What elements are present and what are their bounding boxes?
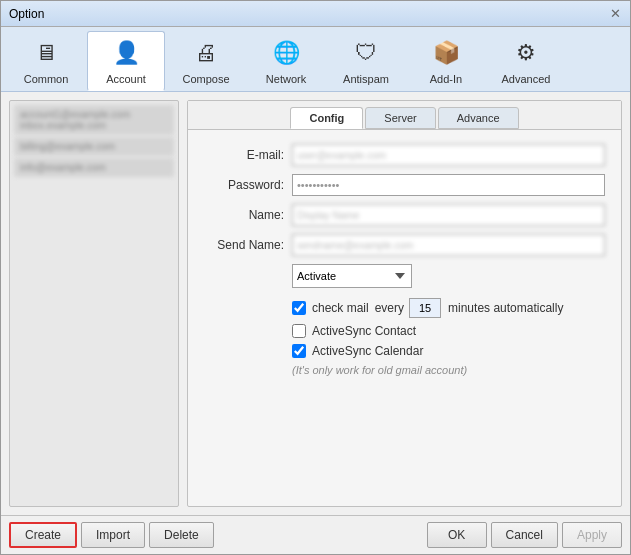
sidebar-account-2[interactable]: billing@example.com: [14, 137, 174, 156]
antispam-icon: 🛡: [350, 37, 382, 69]
tab-config[interactable]: Config: [290, 107, 363, 129]
email-input[interactable]: [292, 144, 605, 166]
send-name-label: Send Name:: [204, 238, 284, 252]
send-name-input[interactable]: [292, 234, 605, 256]
content-area: account1@example.cominbox.example.com bi…: [1, 92, 630, 515]
sidebar-account-3[interactable]: info@example.com: [14, 158, 174, 177]
delete-button[interactable]: Delete: [149, 522, 214, 548]
toolbar-btn-antispam[interactable]: 🛡 Antispam: [327, 31, 405, 91]
create-button[interactable]: Create: [9, 522, 77, 548]
toolbar-label-addin: Add-In: [430, 73, 462, 85]
email-row: E-mail:: [204, 144, 605, 166]
option-window: Option ✕ 🖥 Common 👤 Account 🖨 Compose 🌐 …: [0, 0, 631, 555]
sidebar-account-1[interactable]: account1@example.cominbox.example.com: [14, 105, 174, 135]
toolbar-label-common: Common: [24, 73, 69, 85]
toolbar-label-network: Network: [266, 73, 306, 85]
check-mail-checkbox[interactable]: [292, 301, 306, 315]
common-icon: 🖥: [30, 37, 62, 69]
password-row: Password:: [204, 174, 605, 196]
activate-dropdown[interactable]: Activate Deactivate: [292, 264, 412, 288]
check-mail-row: check mail every minutes automatically: [204, 298, 605, 318]
minutes-label: minutes automatically: [448, 301, 563, 315]
advanced-icon: ⚙: [510, 37, 542, 69]
main-panel: Config Server Advance E-mail: Password:: [187, 100, 622, 507]
activesync-calendar-label: ActiveSync Calendar: [312, 344, 423, 358]
network-icon: 🌐: [270, 37, 302, 69]
toolbar-label-antispam: Antispam: [343, 73, 389, 85]
activesync-calendar-checkbox[interactable]: [292, 344, 306, 358]
activesync-calendar-row: ActiveSync Calendar: [204, 344, 605, 358]
password-input[interactable]: [292, 174, 605, 196]
addin-icon: 📦: [430, 37, 462, 69]
email-label: E-mail:: [204, 148, 284, 162]
activesync-contact-row: ActiveSync Contact: [204, 324, 605, 338]
name-input[interactable]: [292, 204, 605, 226]
name-row: Name:: [204, 204, 605, 226]
bottom-left-buttons: Create Import Delete: [9, 522, 423, 548]
toolbar-btn-network[interactable]: 🌐 Network: [247, 31, 325, 91]
toolbar-label-advanced: Advanced: [502, 73, 551, 85]
config-form: E-mail: Password: Name: Send Name:: [188, 130, 621, 506]
bottom-right-buttons: OK Cancel Apply: [427, 522, 622, 548]
activesync-contact-label: ActiveSync Contact: [312, 324, 416, 338]
note-text: (It's only work for old gmail account): [204, 364, 605, 376]
cancel-button[interactable]: Cancel: [491, 522, 558, 548]
title-bar: Option ✕: [1, 1, 630, 27]
tab-bar: Config Server Advance: [188, 101, 621, 130]
every-input[interactable]: [409, 298, 441, 318]
window-title: Option: [9, 7, 44, 21]
import-button[interactable]: Import: [81, 522, 145, 548]
every-label: every: [375, 301, 404, 315]
account-icon: 👤: [110, 37, 142, 69]
name-label: Name:: [204, 208, 284, 222]
close-button[interactable]: ✕: [608, 7, 622, 21]
toolbar-btn-addin[interactable]: 📦 Add-In: [407, 31, 485, 91]
toolbar-btn-compose[interactable]: 🖨 Compose: [167, 31, 245, 91]
toolbar-btn-common[interactable]: 🖥 Common: [7, 31, 85, 91]
compose-icon: 🖨: [190, 37, 222, 69]
check-mail-label: check mail: [312, 301, 369, 315]
toolbar: 🖥 Common 👤 Account 🖨 Compose 🌐 Network 🛡…: [1, 27, 630, 92]
bottom-bar: Create Import Delete OK Cancel Apply: [1, 515, 630, 554]
toolbar-btn-account[interactable]: 👤 Account: [87, 31, 165, 91]
tab-server[interactable]: Server: [365, 107, 435, 129]
activesync-contact-checkbox[interactable]: [292, 324, 306, 338]
tab-advance[interactable]: Advance: [438, 107, 519, 129]
toolbar-btn-advanced[interactable]: ⚙ Advanced: [487, 31, 565, 91]
ok-button[interactable]: OK: [427, 522, 487, 548]
apply-button[interactable]: Apply: [562, 522, 622, 548]
send-name-row: Send Name:: [204, 234, 605, 256]
toolbar-label-account: Account: [106, 73, 146, 85]
account-sidebar: account1@example.cominbox.example.com bi…: [9, 100, 179, 507]
password-label: Password:: [204, 178, 284, 192]
activate-dropdown-row: Activate Deactivate: [204, 264, 605, 288]
toolbar-label-compose: Compose: [182, 73, 229, 85]
